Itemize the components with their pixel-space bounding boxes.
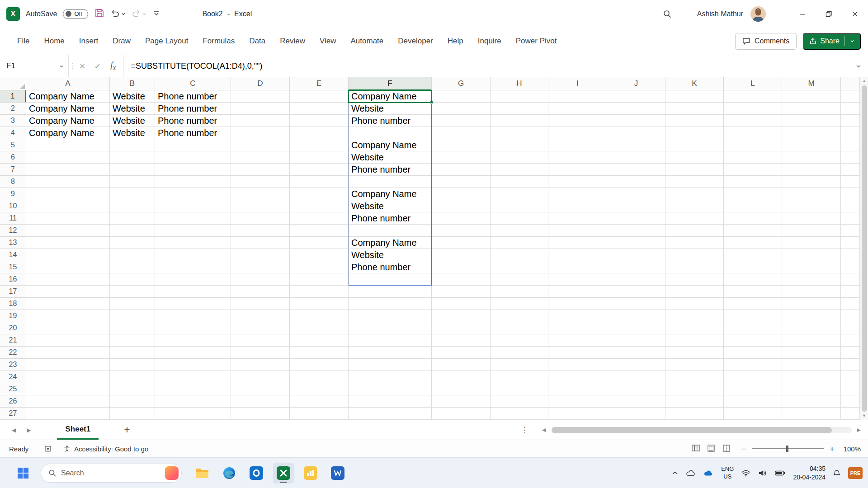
cell-E21[interactable] bbox=[290, 334, 349, 347]
cell-K18[interactable] bbox=[665, 298, 724, 310]
cell-D3[interactable] bbox=[231, 115, 290, 127]
cell-M27[interactable] bbox=[782, 408, 841, 420]
cell-L15[interactable] bbox=[724, 261, 782, 273]
cell-B14[interactable] bbox=[110, 249, 155, 261]
cell-K13[interactable] bbox=[665, 237, 724, 249]
cell-M16[interactable] bbox=[782, 273, 841, 286]
cell-H16[interactable] bbox=[491, 273, 548, 286]
cell-J3[interactable] bbox=[607, 115, 665, 127]
cell-G18[interactable] bbox=[432, 298, 491, 310]
tab-help[interactable]: Help bbox=[440, 28, 471, 55]
cell-F22[interactable] bbox=[349, 347, 432, 359]
tab-power-pivot[interactable]: Power Pivot bbox=[509, 28, 564, 55]
cell-M14[interactable] bbox=[782, 249, 841, 261]
cell-I13[interactable] bbox=[548, 237, 607, 249]
cell-J9[interactable] bbox=[607, 188, 665, 200]
cell-B9[interactable] bbox=[110, 188, 155, 200]
cell-H3[interactable] bbox=[491, 115, 548, 127]
cell-E20[interactable] bbox=[290, 322, 349, 334]
cell-C1[interactable]: Phone number bbox=[155, 90, 231, 103]
tab-data[interactable]: Data bbox=[242, 28, 273, 55]
horizontal-scrollbar[interactable] bbox=[552, 427, 852, 433]
cell-H23[interactable] bbox=[491, 359, 548, 371]
cell-I18[interactable] bbox=[548, 298, 607, 310]
cell-M7[interactable] bbox=[782, 164, 841, 176]
notification-bell-icon[interactable] bbox=[833, 469, 840, 477]
cell-H14[interactable] bbox=[491, 249, 548, 261]
cell-M1[interactable] bbox=[782, 90, 841, 103]
zoom-out-button[interactable]: − bbox=[741, 445, 746, 453]
cell-A20[interactable] bbox=[26, 322, 110, 334]
cell-I10[interactable] bbox=[548, 200, 607, 212]
cell-K16[interactable] bbox=[665, 273, 724, 286]
cell-H18[interactable] bbox=[491, 298, 548, 310]
scroll-left-icon[interactable]: ◀ bbox=[542, 427, 546, 433]
cell-L27[interactable] bbox=[724, 408, 782, 420]
cell-J20[interactable] bbox=[607, 322, 665, 334]
cell-C13[interactable] bbox=[155, 237, 231, 249]
row-header-7[interactable]: 7 bbox=[0, 164, 26, 176]
column-header-F[interactable]: F bbox=[349, 77, 432, 90]
tab-view[interactable]: View bbox=[312, 28, 344, 55]
cell-D18[interactable] bbox=[231, 298, 290, 310]
cell-J21[interactable] bbox=[607, 334, 665, 347]
cell-G23[interactable] bbox=[432, 359, 491, 371]
cell-M11[interactable] bbox=[782, 212, 841, 225]
row-header-27[interactable]: 27 bbox=[0, 408, 26, 420]
cell-J23[interactable] bbox=[607, 359, 665, 371]
cell-D8[interactable] bbox=[231, 176, 290, 188]
cell-D5[interactable] bbox=[231, 139, 290, 151]
column-header-K[interactable]: K bbox=[665, 77, 724, 90]
zoom-level[interactable]: 100% bbox=[840, 445, 861, 453]
cell-M2[interactable] bbox=[782, 103, 841, 115]
cell-A19[interactable] bbox=[26, 310, 110, 322]
cell-I5[interactable] bbox=[548, 139, 607, 151]
cell-G25[interactable] bbox=[432, 383, 491, 395]
cell-C9[interactable] bbox=[155, 188, 231, 200]
row-header-8[interactable]: 8 bbox=[0, 176, 26, 188]
insert-function-icon[interactable]: fx bbox=[110, 60, 116, 72]
restore-button[interactable] bbox=[816, 0, 842, 28]
cell-C4[interactable]: Phone number bbox=[155, 127, 231, 139]
cell-I15[interactable] bbox=[548, 261, 607, 273]
tab-review[interactable]: Review bbox=[273, 28, 312, 55]
cell-E6[interactable] bbox=[290, 151, 349, 164]
cell-J22[interactable] bbox=[607, 347, 665, 359]
cell-G16[interactable] bbox=[432, 273, 491, 286]
redo-button[interactable] bbox=[132, 9, 146, 19]
cell-I21[interactable] bbox=[548, 334, 607, 347]
cell-J14[interactable] bbox=[607, 249, 665, 261]
cell-J13[interactable] bbox=[607, 237, 665, 249]
cell-J1[interactable] bbox=[607, 90, 665, 103]
edge-icon[interactable] bbox=[219, 463, 240, 483]
cell-M15[interactable] bbox=[782, 261, 841, 273]
cell-B19[interactable] bbox=[110, 310, 155, 322]
cell-H27[interactable] bbox=[491, 408, 548, 420]
cell-K6[interactable] bbox=[665, 151, 724, 164]
cell-E8[interactable] bbox=[290, 176, 349, 188]
cell-F20[interactable] bbox=[349, 322, 432, 334]
cell-F3[interactable]: Phone number bbox=[349, 115, 432, 127]
cell-C19[interactable] bbox=[155, 310, 231, 322]
cell-C24[interactable] bbox=[155, 371, 231, 383]
cell-M20[interactable] bbox=[782, 322, 841, 334]
cell-I9[interactable] bbox=[548, 188, 607, 200]
cell-G21[interactable] bbox=[432, 334, 491, 347]
cell-E22[interactable] bbox=[290, 347, 349, 359]
cell-M21[interactable] bbox=[782, 334, 841, 347]
cell-L2[interactable] bbox=[724, 103, 782, 115]
cell-M8[interactable] bbox=[782, 176, 841, 188]
cell-L22[interactable] bbox=[724, 347, 782, 359]
cell-J24[interactable] bbox=[607, 371, 665, 383]
cell-D14[interactable] bbox=[231, 249, 290, 261]
excel-taskbar-icon[interactable] bbox=[273, 463, 294, 483]
scroll-down-icon[interactable]: ▼ bbox=[862, 414, 866, 418]
column-header-G[interactable]: G bbox=[432, 77, 491, 90]
cell-H19[interactable] bbox=[491, 310, 548, 322]
cell-M25[interactable] bbox=[782, 383, 841, 395]
comments-button[interactable]: Comments bbox=[735, 33, 797, 50]
cell-K11[interactable] bbox=[665, 212, 724, 225]
cell-F15[interactable]: Phone number bbox=[349, 261, 432, 273]
cell-B5[interactable] bbox=[110, 139, 155, 151]
cell-C27[interactable] bbox=[155, 408, 231, 420]
